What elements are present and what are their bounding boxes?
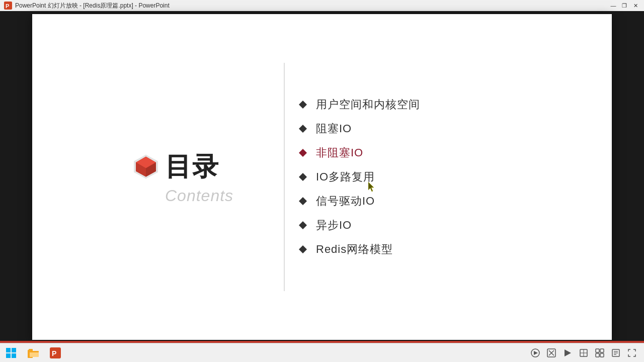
diamond-icon-active xyxy=(299,149,307,157)
file-explorer-button[interactable] xyxy=(22,343,44,362)
svg-rect-15 xyxy=(6,348,11,352)
svg-marker-11 xyxy=(299,197,307,205)
list-item: 用户空间和内核空间 xyxy=(299,93,420,117)
svg-rect-17 xyxy=(6,353,11,358)
minimize-button[interactable]: — xyxy=(609,2,618,10)
diamond-icon xyxy=(299,221,307,229)
slideshow-start-button[interactable] xyxy=(529,347,541,359)
svg-marker-8 xyxy=(299,125,307,133)
content-item-text: Redis网络模型 xyxy=(316,242,393,257)
slide: 目录 Contents 用户空间和内核空间 阻塞IO xyxy=(32,14,612,340)
content-item-text: 异步IO xyxy=(316,218,352,233)
list-item: 信号驱动IO xyxy=(299,189,420,213)
content-item-text: 用户空间和内核空间 xyxy=(316,97,420,112)
content-item-text: 阻塞IO xyxy=(316,121,352,136)
svg-rect-16 xyxy=(12,348,16,352)
slide-sorter-button[interactable] xyxy=(594,347,606,359)
list-item-active: 非阻塞IO xyxy=(299,141,420,165)
svg-rect-20 xyxy=(29,349,33,351)
content-item-text: IO多路复用 xyxy=(316,169,375,185)
svg-rect-18 xyxy=(12,353,16,358)
title-bar: P PowerPoint 幻灯片放映 - [Redis原理篇.pptx] - P… xyxy=(0,0,644,11)
taskbar: P xyxy=(0,343,644,362)
svg-text:P: P xyxy=(52,349,56,357)
titlebar-controls: — ❐ ✕ xyxy=(609,2,640,10)
content-item-text-active: 非阻塞IO xyxy=(316,145,363,160)
taskbar-left: P xyxy=(0,343,66,362)
svg-marker-26 xyxy=(534,351,538,355)
windows-icon xyxy=(5,347,17,359)
svg-marker-10 xyxy=(299,173,307,181)
svg-rect-22 xyxy=(30,351,39,352)
svg-text:P: P xyxy=(6,3,9,9)
list-item: 阻塞IO xyxy=(299,117,420,141)
slide-divider xyxy=(284,63,285,291)
redis-logo-icon xyxy=(133,154,159,180)
list-item: IO多路复用 xyxy=(299,165,420,189)
svg-rect-34 xyxy=(596,349,599,352)
svg-marker-12 xyxy=(299,221,307,229)
file-explorer-icon xyxy=(27,347,39,359)
list-item: Redis网络模型 xyxy=(299,237,420,261)
slide-title: 目录 xyxy=(165,149,219,185)
slide-subtitle: Contents xyxy=(165,187,233,205)
svg-marker-9 xyxy=(299,149,307,157)
start-button[interactable] xyxy=(0,343,22,362)
logo-title-row: 目录 xyxy=(133,149,219,185)
svg-marker-13 xyxy=(299,245,307,253)
powerpoint-icon: P xyxy=(4,2,12,10)
slide-content-list: 用户空间和内核空间 阻塞IO 非阻塞IO IO多路复用 xyxy=(299,93,420,261)
diamond-icon xyxy=(299,245,307,253)
normal-view-button[interactable] xyxy=(578,347,590,359)
close-button[interactable]: ✕ xyxy=(631,2,640,10)
svg-marker-30 xyxy=(565,349,571,356)
diamond-icon xyxy=(299,197,307,205)
pen-tool-button[interactable] xyxy=(545,347,557,359)
diamond-icon xyxy=(299,101,307,109)
svg-rect-35 xyxy=(600,349,604,352)
slideshow-controls xyxy=(529,347,644,359)
play-button[interactable] xyxy=(561,347,574,359)
powerpoint-taskbar-icon: P xyxy=(49,347,61,359)
diamond-icon xyxy=(299,125,307,133)
titlebar-left: P PowerPoint 幻灯片放映 - [Redis原理篇.pptx] - P… xyxy=(4,2,170,10)
content-item-text: 信号驱动IO xyxy=(316,194,375,209)
svg-marker-7 xyxy=(299,101,307,109)
presentation-area: 目录 Contents 用户空间和内核空间 阻塞IO xyxy=(0,11,644,343)
slide-left-section: 目录 Contents xyxy=(133,149,233,205)
svg-rect-37 xyxy=(600,353,604,357)
diamond-icon xyxy=(299,173,307,181)
powerpoint-taskbar-button[interactable]: P xyxy=(44,343,66,362)
fullscreen-button[interactable] xyxy=(626,347,638,359)
list-item: 异步IO xyxy=(299,213,420,237)
svg-rect-36 xyxy=(596,353,599,357)
titlebar-title: PowerPoint 幻灯片放映 - [Redis原理篇.pptx] - Pow… xyxy=(15,2,170,10)
restore-button[interactable]: ❐ xyxy=(620,2,629,10)
reading-view-button[interactable] xyxy=(610,347,622,359)
